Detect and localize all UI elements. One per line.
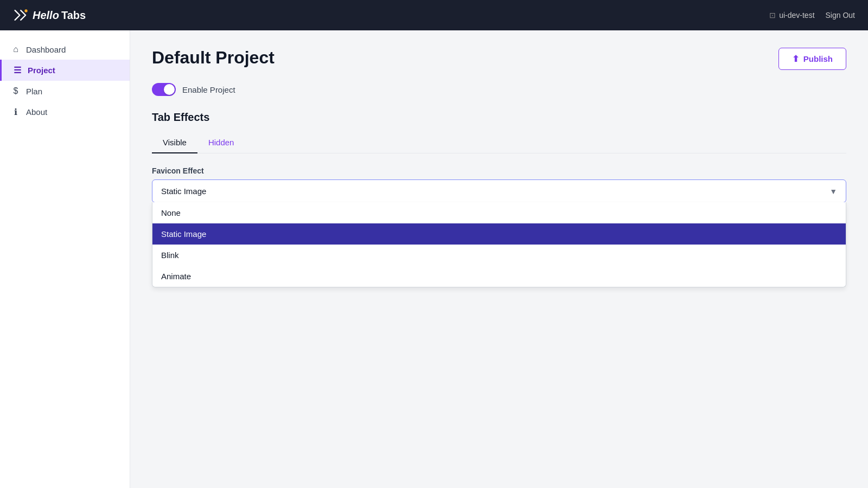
sidebar-label-dashboard: Dashboard [26, 45, 66, 54]
favicon-effect-select-wrapper: Static Image ▼ None Static Image Blink A… [152, 179, 846, 203]
publish-button[interactable]: ⬆ Publish [778, 48, 846, 70]
project-icon: ☰ [12, 65, 22, 75]
favicon-effect-select[interactable]: Static Image ▼ [152, 179, 846, 203]
page-header: Default Project ⬆ Publish [152, 48, 846, 70]
option-animate[interactable]: Animate [152, 266, 846, 287]
enable-project-row: Enable Project [152, 83, 846, 96]
svg-point-0 [24, 9, 27, 12]
sidebar-label-plan: Plan [26, 87, 42, 96]
sidebar-label-project: Project [28, 66, 55, 75]
chevron-down-icon: ▼ [829, 187, 837, 196]
favicon-effect-label: Favicon Effect [152, 166, 846, 175]
nav-right: ⊡ ui-dev-test Sign Out [769, 11, 855, 20]
top-nav: HelloTabs ⊡ ui-dev-test Sign Out [0, 0, 868, 30]
main-content: Default Project ⬆ Publish Enable Project… [130, 30, 868, 488]
logo: HelloTabs [13, 7, 86, 24]
logo-hello: Hello [33, 9, 59, 22]
plan-icon: $ [11, 86, 21, 96]
sidebar-item-about[interactable]: ℹ About [0, 101, 130, 123]
logo-tabs: Tabs [61, 9, 86, 22]
option-static-image[interactable]: Static Image [152, 223, 846, 245]
enable-project-label: Enable Project [182, 85, 235, 94]
info-icon: ℹ [11, 107, 21, 117]
favicon-effect-dropdown: None Static Image Blink Animate [152, 202, 846, 287]
sidebar-item-plan[interactable]: $ Plan [0, 81, 130, 101]
option-blink[interactable]: Blink [152, 245, 846, 266]
tab-effects-title: Tab Effects [152, 111, 846, 124]
layout: ⌂ Dashboard ☰ Project $ Plan ℹ About Def… [0, 30, 868, 488]
publish-icon: ⬆ [792, 54, 799, 64]
tab-hidden[interactable]: Hidden [197, 132, 245, 153]
toggle-knob [164, 84, 175, 95]
sidebar: ⌂ Dashboard ☰ Project $ Plan ℹ About [0, 30, 130, 488]
sidebar-item-dashboard[interactable]: ⌂ Dashboard [0, 39, 130, 60]
publish-label: Publish [803, 54, 833, 63]
nav-user: ⊡ ui-dev-test [769, 11, 814, 20]
sidebar-label-about: About [26, 107, 47, 117]
sidebar-item-project[interactable]: ☰ Project [0, 60, 130, 81]
page-title: Default Project [152, 48, 275, 68]
tabs-row: Visible Hidden [152, 132, 846, 153]
favicon-effect-value: Static Image [161, 187, 206, 196]
option-none[interactable]: None [152, 202, 846, 223]
monitor-icon: ⊡ [769, 11, 776, 20]
sign-out-button[interactable]: Sign Out [826, 11, 855, 20]
enable-project-toggle[interactable] [152, 83, 176, 96]
home-icon: ⌂ [11, 44, 21, 54]
username: ui-dev-test [779, 11, 814, 20]
tab-visible[interactable]: Visible [152, 132, 197, 153]
